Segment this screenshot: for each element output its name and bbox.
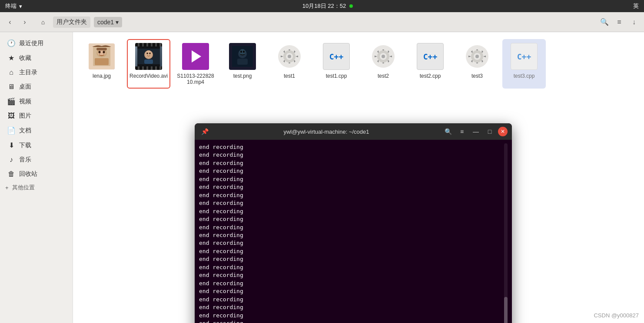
fm-sidebar: 🕐 最近使用 ★ 收藏 ⌂ 主目录 🖥 桌面 🎬 视频 🖼 图片 — [0, 32, 73, 323]
svg-point-30 — [382, 55, 385, 58]
sidebar-label-home: 主目录 — [19, 69, 37, 76]
terminal-menu-label[interactable]: 终端 — [5, 2, 17, 10]
sidebar-label-bookmarks: 收藏 — [19, 54, 31, 62]
gear-svg-test1 — [278, 45, 301, 68]
file-item-recordvideo-avi[interactable]: RecordVideo.avi — [127, 39, 170, 89]
sidebar-item-desktop[interactable]: 🖥 桌面 — [2, 80, 71, 94]
terminal-titlebar: 📌 ywl@ywl-virtual-machine: ~/code1 🔍 ≡ —… — [195, 123, 512, 140]
trash-icon: 🗑 — [7, 170, 16, 178]
terminal-line: end recording — [199, 151, 504, 159]
terminal-line: end recording — [199, 224, 504, 231]
file-item-lena-jpg[interactable]: lena.jpg — [80, 39, 123, 89]
lena-image-icon — [89, 43, 115, 69]
add-locations-icon: + — [5, 185, 9, 191]
downloads-icon: ⬇ — [7, 141, 16, 149]
terminal-title: ywl@ywl-virtual-machine: ~/code1 — [214, 129, 439, 135]
terminal-line: end recording — [199, 191, 504, 199]
sort-button[interactable]: ↓ — [627, 16, 641, 29]
terminal-search-button[interactable]: 🔍 — [442, 126, 454, 137]
terminal-line: end recording — [199, 296, 504, 303]
video-preview — [135, 43, 162, 70]
terminal-menu-arrow: ▾ — [19, 3, 22, 10]
keyboard-layout-label[interactable]: 英 — [633, 2, 639, 10]
svg-point-26 — [288, 55, 291, 58]
terminal-line: end recording — [199, 175, 504, 183]
pictures-icon: 🖼 — [7, 112, 16, 120]
terminal-line: end recording — [199, 255, 504, 263]
video-file-icon — [135, 43, 162, 70]
file-name-test3: test3 — [471, 73, 483, 79]
sidebar-add-locations[interactable]: + 其他位置 — [0, 181, 73, 194]
sidebar-item-videos[interactable]: 🎬 视频 — [2, 94, 71, 109]
file-name-test-png: test.png — [233, 73, 252, 79]
file-item-test3-cpp[interactable]: C++ test3.cpp — [502, 39, 546, 89]
svg-rect-7 — [96, 48, 107, 50]
terminal-line: end recording — [199, 143, 504, 151]
svg-point-34 — [475, 55, 479, 58]
breadcrumb-dropdown-icon[interactable]: ▾ — [116, 19, 119, 26]
breadcrumb-userfolder[interactable]: 用户文件夹 — [53, 16, 90, 28]
file-icon-test3 — [463, 43, 491, 70]
back-button[interactable]: ‹ — [3, 16, 17, 29]
file-item-test-png[interactable]: test.png — [221, 39, 264, 89]
file-item-test1[interactable]: test1 — [268, 39, 311, 89]
sidebar-label-videos: 视频 — [19, 98, 31, 105]
terminal-pin-button[interactable]: 📌 — [199, 126, 210, 137]
mp4-file-icon — [182, 43, 209, 70]
desktop-icon: 🖥 — [7, 83, 16, 91]
sidebar-item-downloads[interactable]: ⬇ 下载 — [2, 138, 71, 152]
file-name-test1: test1 — [284, 73, 295, 79]
sidebar-label-pictures: 图片 — [19, 112, 31, 120]
terminal-window[interactable]: 📌 ywl@ywl-virtual-machine: ~/code1 🔍 ≡ —… — [195, 123, 512, 323]
file-item-test2-cpp[interactable]: C++ test2.cpp — [408, 39, 452, 89]
terminal-line: end recording — [199, 303, 504, 311]
file-item-s11013-mp4[interactable]: S11013-22282810.mp4 — [174, 39, 217, 89]
file-name-test2: test2 — [378, 73, 389, 79]
file-item-test1-cpp[interactable]: C++ test1.cpp — [315, 39, 358, 89]
file-item-test2[interactable]: test2 — [362, 39, 405, 89]
sidebar-item-bookmarks[interactable]: ★ 收藏 — [2, 51, 71, 65]
lena-svg — [89, 43, 115, 69]
view-button[interactable]: ≡ — [613, 16, 626, 29]
home-breadcrumb-button[interactable]: ⌂ — [37, 16, 50, 29]
terminal-line: end recording — [199, 247, 504, 255]
forward-button[interactable]: › — [18, 16, 31, 29]
sidebar-item-documents[interactable]: 📄 文档 — [2, 123, 71, 138]
terminal-close-button[interactable]: ✕ — [498, 127, 508, 136]
terminal-line: end recording — [199, 239, 504, 247]
terminal-line: end recording — [199, 320, 504, 323]
exec-icon-test2 — [371, 44, 395, 69]
status-dot — [349, 4, 353, 8]
sidebar-item-trash[interactable]: 🗑 回收站 — [2, 167, 71, 181]
sidebar-item-home[interactable]: ⌂ 主目录 — [2, 66, 71, 79]
sidebar-label-trash: 回收站 — [19, 170, 37, 178]
sidebar-item-recent[interactable]: 🕐 最近使用 — [2, 36, 71, 50]
sidebar-item-pictures[interactable]: 🖼 图片 — [2, 109, 71, 123]
terminal-maximize-button[interactable]: □ — [484, 126, 495, 137]
sidebar-label-documents: 文档 — [19, 127, 31, 135]
terminal-line: end recording — [199, 231, 504, 239]
terminal-scrollbar[interactable] — [504, 143, 508, 323]
breadcrumb-code1-label: code1 — [97, 19, 114, 26]
file-item-test3[interactable]: test3 — [455, 39, 499, 89]
terminal-line: end recording — [199, 271, 504, 279]
exec-icon-test3 — [465, 44, 489, 69]
png-svg — [229, 43, 256, 69]
file-icon-test1 — [276, 43, 303, 70]
terminal-minimize-button[interactable]: — — [470, 126, 481, 137]
sidebar-item-music[interactable]: ♪ 音乐 — [2, 153, 71, 167]
search-button[interactable]: 🔍 — [598, 16, 611, 29]
cpp-file-icon-test2: C++ — [417, 43, 444, 70]
play-triangle — [192, 50, 201, 63]
system-bar-left: 终端 ▾ — [5, 2, 22, 10]
terminal-menu-button[interactable]: ≡ — [456, 126, 468, 137]
svg-rect-22 — [237, 59, 248, 65]
file-icon-lena — [88, 43, 116, 70]
breadcrumb-code1[interactable]: code1 ▾ — [94, 17, 122, 27]
svg-point-14 — [149, 53, 151, 54]
video-preview-svg — [137, 45, 160, 68]
sidebar-label-music: 音乐 — [19, 156, 31, 164]
svg-point-5 — [99, 51, 101, 53]
cpp-file-icon-test1: C++ — [323, 43, 350, 70]
gear-svg-test3 — [466, 45, 488, 68]
